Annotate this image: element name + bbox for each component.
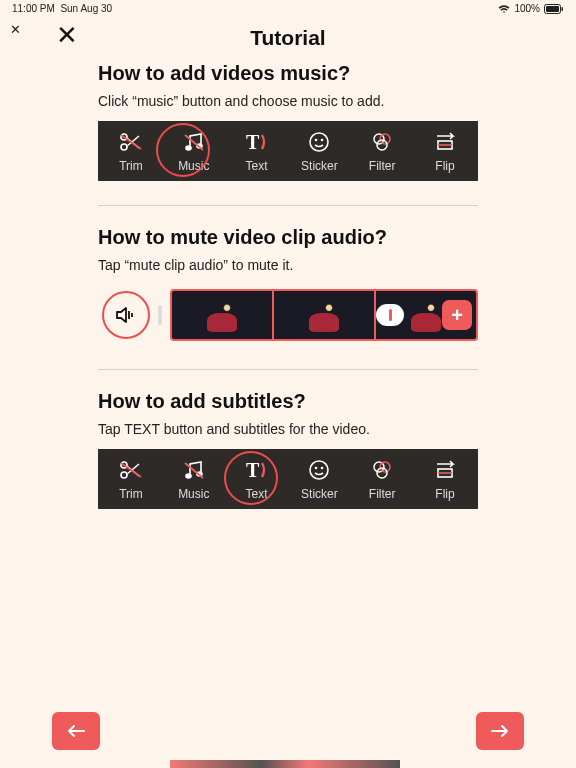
svg-point-10 <box>310 133 328 151</box>
tool-label: Sticker <box>301 159 338 173</box>
smiley-icon <box>305 129 333 155</box>
tool-label: Music <box>178 159 209 173</box>
svg-point-12 <box>321 139 324 142</box>
status-date: Sun Aug 30 <box>60 3 112 14</box>
playhead-indicator[interactable] <box>376 304 404 326</box>
flip-icon <box>431 129 459 155</box>
video-timeline[interactable]: + <box>170 289 478 341</box>
sticker-tool[interactable]: Sticker <box>292 129 346 173</box>
svg-point-23 <box>186 474 191 478</box>
svg-rect-2 <box>562 7 564 11</box>
trim-tool[interactable]: Trim <box>104 457 158 501</box>
text-tool[interactable]: T Text <box>230 129 284 173</box>
section-add-music: How to add videos music? Click “music” b… <box>98 62 478 181</box>
add-clip-button[interactable]: + <box>442 300 472 330</box>
section-heading: How to add videos music? <box>98 62 478 85</box>
filter-tool[interactable]: Filter <box>355 457 409 501</box>
tool-label: Flip <box>435 487 454 501</box>
arrow-left-icon <box>67 724 85 738</box>
arrow-right-icon <box>491 724 509 738</box>
peek-strip <box>170 760 400 768</box>
svg-point-28 <box>315 467 318 470</box>
svg-point-32 <box>377 468 387 478</box>
page-title: Tutorial <box>250 26 325 50</box>
tool-label: Filter <box>369 487 396 501</box>
status-bar: 11:00 PM Sun Aug 30 100% <box>0 0 576 16</box>
filter-circles-icon <box>368 457 396 483</box>
flip-tool[interactable]: Flip <box>418 129 472 173</box>
divider <box>98 205 478 206</box>
scissors-icon <box>117 457 145 483</box>
svg-point-15 <box>377 140 387 150</box>
video-frame <box>172 291 272 339</box>
svg-point-4 <box>121 144 127 150</box>
timeline-strip: + <box>98 285 478 345</box>
section-heading: How to mute video clip audio? <box>98 226 478 249</box>
music-note-icon <box>180 457 208 483</box>
flip-icon <box>431 457 459 483</box>
svg-text:T: T <box>246 459 260 481</box>
wifi-icon <box>498 4 510 14</box>
svg-point-14 <box>380 134 390 144</box>
section-body: Click “music” button and choose music to… <box>98 93 478 109</box>
scissors-icon <box>117 129 145 155</box>
bottom-nav <box>0 712 576 750</box>
text-tool[interactable]: T Text <box>230 457 284 501</box>
svg-point-31 <box>380 462 390 472</box>
divider <box>98 369 478 370</box>
text-icon: T <box>243 129 271 155</box>
close-button[interactable]: ✕ <box>56 22 78 48</box>
status-time: 11:00 PM <box>12 3 55 14</box>
tool-label: Trim <box>119 487 143 501</box>
flip-tool[interactable]: Flip <box>418 457 472 501</box>
prev-button[interactable] <box>52 712 100 750</box>
svg-rect-1 <box>546 6 559 12</box>
speaker-mute-icon <box>114 304 138 326</box>
music-tool[interactable]: Music <box>167 457 221 501</box>
battery-text: 100% <box>514 3 540 14</box>
section-heading: How to add subtitles? <box>98 390 478 413</box>
editor-toolbar: Trim Music T Text Sticker <box>98 449 478 509</box>
svg-point-29 <box>321 467 324 470</box>
trim-tool[interactable]: Trim <box>104 129 158 173</box>
svg-point-27 <box>310 461 328 479</box>
section-mute-audio: How to mute video clip audio? Tap “mute … <box>98 226 478 345</box>
header: ✕ Tutorial <box>0 16 576 62</box>
tool-label: Text <box>246 159 268 173</box>
section-body: Tap “mute clip audio” to mute it. <box>98 257 478 273</box>
drag-handle[interactable] <box>158 305 162 325</box>
tool-label: Trim <box>119 159 143 173</box>
next-button[interactable] <box>476 712 524 750</box>
editor-toolbar: Trim Music T Text Sticker <box>98 121 478 181</box>
filter-tool[interactable]: Filter <box>355 129 409 173</box>
filter-circles-icon <box>368 129 396 155</box>
tool-label: Text <box>246 487 268 501</box>
smiley-icon <box>305 457 333 483</box>
svg-point-11 <box>315 139 318 142</box>
section-body: Tap TEXT button and subtitles for the vi… <box>98 421 478 437</box>
video-frame <box>274 291 374 339</box>
tool-label: Music <box>178 487 209 501</box>
tool-label: Flip <box>435 159 454 173</box>
tool-label: Sticker <box>301 487 338 501</box>
tool-label: Filter <box>369 159 396 173</box>
section-add-subtitles: How to add subtitles? Tap TEXT button an… <box>98 390 478 509</box>
svg-point-21 <box>121 472 127 478</box>
svg-text:T: T <box>246 131 260 153</box>
mute-clip-audio-button[interactable] <box>102 291 150 339</box>
sticker-tool[interactable]: Sticker <box>292 457 346 501</box>
text-icon: T <box>243 457 271 483</box>
battery-icon <box>544 4 564 14</box>
music-tool[interactable]: Music <box>167 129 221 173</box>
svg-point-6 <box>186 146 191 150</box>
music-note-icon <box>180 129 208 155</box>
